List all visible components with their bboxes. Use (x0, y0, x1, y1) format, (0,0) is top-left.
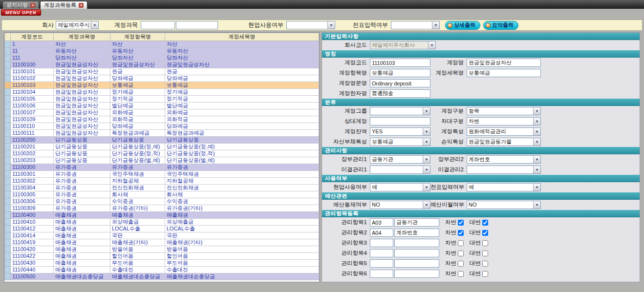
row-selector[interactable] (5, 55, 11, 62)
mgmt-item-name-input[interactable] (394, 239, 439, 247)
table-row[interactable]: 11100422매출채권할인어음할인어음 (5, 253, 319, 260)
credit-checkbox[interactable] (482, 220, 488, 226)
counter-account-field[interactable] (370, 117, 430, 125)
table-row[interactable]: 11유동자산유동자산유동자산 (5, 48, 319, 55)
row-selector[interactable] (5, 96, 11, 103)
row-selector[interactable] (5, 178, 11, 185)
pending2-select[interactable]: ▼ (467, 166, 541, 174)
row-selector[interactable] (5, 260, 11, 267)
account-trait-select[interactable]: 원화예적금관리 ▼ (467, 127, 541, 136)
row-selector[interactable] (5, 123, 11, 130)
debit-checkbox[interactable] (458, 271, 464, 277)
table-row[interactable]: 11100100현금및현금성자산현금및현금성자산현금및현금성자산 (5, 62, 319, 68)
table-row[interactable]: 11100110현금및현금성자산당좌예금당좌예금 (5, 123, 319, 130)
row-selector[interactable] (5, 219, 11, 226)
debit-checkbox[interactable] (458, 240, 464, 246)
row-selector[interactable] (5, 212, 11, 219)
header-item[interactable]: 계정항목명 (110, 33, 165, 41)
table-row[interactable]: 11100107현금및현금성자산외화예금외화예금 (5, 109, 319, 116)
table-row[interactable]: 11100104현금및현금성자산정기예금정기예금 (5, 89, 319, 96)
table-row[interactable]: 11100306유가증권수익증권수익증권 (5, 198, 319, 205)
table-row[interactable]: 11100301유가증권국민주택채권국민주택채권 (5, 171, 319, 178)
table-row[interactable]: 11100101현금및현금성자산현금현금 (5, 68, 319, 75)
debit-checkbox[interactable] (458, 230, 464, 236)
slip-entry-select[interactable]: ▼ (391, 21, 440, 29)
tab-notice[interactable]: 공지사항 × (2, 1, 39, 9)
detail-name-field[interactable] (467, 69, 541, 77)
mgmt-item-code-input[interactable] (370, 229, 393, 237)
field-use-detail-select[interactable]: 예 ▼ (370, 183, 430, 191)
ledger1-select[interactable]: 금융기관 ▼ (370, 155, 430, 164)
table-row[interactable]: 11100105현금및현금성자산정기적금정기적금 (5, 96, 319, 103)
company-select[interactable]: 제일제지주식회사 ▼ (56, 21, 99, 29)
row-selector[interactable] (5, 109, 11, 116)
table-row[interactable]: 11100300유가증권유가증권유가증권 (5, 164, 319, 171)
ledger2-select[interactable]: 계좌번호 ▼ (467, 155, 541, 164)
row-selector[interactable] (5, 82, 11, 89)
row-selector[interactable] (5, 130, 11, 137)
row-selector[interactable] (5, 198, 11, 205)
row-selector[interactable] (5, 157, 11, 164)
mgmt-item-code-input[interactable] (370, 270, 393, 278)
header-name[interactable]: 계정과목명 (54, 33, 110, 41)
account-group-select[interactable]: ▼ (370, 107, 430, 115)
table-row[interactable]: 11100106현금및현금성자산별단예금별단예금 (5, 103, 319, 109)
pl-trait-select[interactable]: 현금및현금등가물 ▼ (467, 138, 541, 146)
summary-print-button[interactable]: 요약출력 (483, 21, 518, 30)
credit-checkbox[interactable] (482, 230, 488, 236)
table-row[interactable]: 11100102현금및현금성자산당좌예금당좌예금 (5, 75, 319, 82)
table-row[interactable]: 11100400매출채권매출채권매출채권 (5, 212, 319, 219)
dc-division-select[interactable]: 차변 ▼ (467, 117, 541, 125)
table-row[interactable]: 11100419매출채권매출채권(기타)매출채권(기타) (5, 239, 319, 246)
table-row[interactable]: 11100414매출채권국판국판 (5, 232, 319, 239)
table-row[interactable]: 11100309유가증권유가증권(기타)유가증권(기타) (5, 205, 319, 212)
mgmt-item-name-input[interactable] (394, 229, 439, 237)
budget-carryover-select[interactable]: NO ▼ (467, 201, 541, 209)
mgmt-item-code-input[interactable] (370, 249, 393, 257)
table-row[interactable]: 11100200단기금융상품단기금융상품단기금융상품 (5, 137, 319, 144)
table-row[interactable]: 11100109현금및현금성자산외화적금외화적금 (5, 116, 319, 123)
mgmt-item-code-input[interactable] (370, 218, 393, 227)
row-selector[interactable] (5, 253, 11, 260)
item-name-field[interactable] (370, 69, 430, 77)
asset-trait-select[interactable]: 보통예금 ▼ (370, 138, 430, 146)
debit-checkbox[interactable] (458, 250, 464, 256)
row-selector[interactable] (5, 75, 11, 82)
close-icon[interactable]: × (30, 3, 35, 8)
table-row[interactable]: 11100305유가증권회사채회사채 (5, 191, 319, 198)
account-code-field[interactable] (370, 59, 430, 67)
mgmt-item-name-input[interactable] (394, 270, 439, 278)
account-name-input[interactable] (176, 21, 218, 29)
detail-print-button[interactable]: 상세출력 (445, 21, 480, 30)
table-row[interactable]: 11100203단기금융상품단기금융상품(별,예)단기금융상품(별,예) (5, 157, 319, 164)
row-selector[interactable] (5, 48, 11, 55)
table-row[interactable]: 11100202단기금융상품단기금융상품(정,적)단기금융상품(정,적) (5, 150, 319, 157)
mgmt-item-name-input[interactable] (394, 218, 439, 227)
row-selector[interactable] (5, 68, 11, 75)
mgmt-item-name-input[interactable] (394, 259, 439, 268)
account-division-select[interactable]: 항목 ▼ (467, 107, 541, 115)
account-code-input[interactable] (141, 21, 175, 29)
credit-checkbox[interactable] (482, 240, 488, 246)
table-row[interactable]: 11100304유가증권전신전화채권전신전화채권 (5, 185, 319, 191)
mgmt-item-code-input[interactable] (370, 259, 393, 268)
row-selector[interactable] (5, 116, 11, 123)
credit-checkbox[interactable] (482, 250, 488, 256)
pending1-select[interactable]: ▼ (370, 166, 430, 174)
row-selector[interactable] (5, 185, 11, 191)
debit-checkbox[interactable] (458, 261, 464, 267)
row-selector[interactable] (5, 205, 11, 212)
credit-checkbox[interactable] (482, 271, 488, 277)
row-selector[interactable] (5, 232, 11, 239)
row-selector[interactable] (5, 137, 11, 144)
close-icon[interactable]: × (79, 3, 84, 8)
row-selector[interactable] (5, 226, 11, 232)
mgmt-item-name-input[interactable] (394, 249, 439, 257)
row-selector[interactable] (5, 150, 11, 157)
row-selector[interactable] (5, 41, 11, 48)
table-row[interactable]: 11100103현금및현금성자산보통예금보통예금 (5, 82, 319, 89)
row-selector[interactable] (5, 103, 11, 109)
tab-account-registration[interactable]: 계정과목등록 × (40, 1, 87, 9)
header-code[interactable]: 계정코드 (11, 33, 54, 41)
table-row[interactable]: 11100302유가증권지하철공채지하철공채 (5, 178, 319, 185)
